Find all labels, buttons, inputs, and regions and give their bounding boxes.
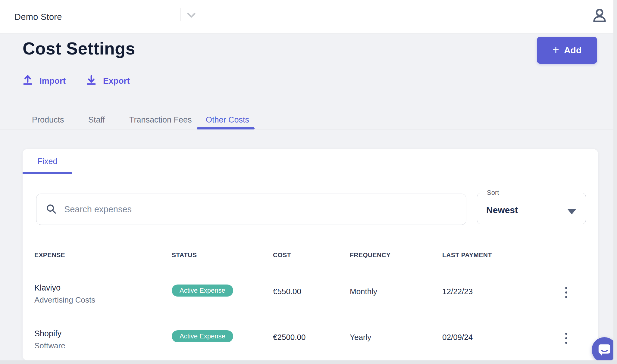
add-button-label: Add (564, 45, 581, 55)
export-label: Export (103, 76, 130, 86)
export-link[interactable]: Export (86, 74, 130, 88)
expense-last-payment: 02/09/24 (442, 333, 473, 342)
tab-products[interactable]: Products (32, 112, 64, 128)
sort-label: Sort (484, 189, 502, 197)
column-header-frequency: FREQUENCY (350, 251, 390, 259)
store-name[interactable]: Demo Store (14, 0, 62, 34)
vertical-scrollbar[interactable] (613, 0, 617, 364)
column-header-last-payment: LAST PAYMENT (442, 251, 492, 259)
app-root: Demo Store Cost Settings + Add (0, 0, 617, 364)
search-box (36, 194, 466, 225)
search-input[interactable] (36, 194, 466, 225)
tab-other-costs[interactable]: Other Costs (206, 112, 249, 128)
kebab-menu-icon (565, 333, 567, 335)
table-header: EXPENSE STATUS COST FREQUENCY LAST PAYME… (23, 251, 598, 262)
expense-name: Shopify (34, 329, 61, 338)
status-badge: Active Expense (172, 330, 233, 342)
add-button[interactable]: + Add (537, 37, 597, 64)
kebab-menu-icon (565, 287, 567, 289)
chevron-down-icon (185, 9, 197, 23)
chat-bubble-icon (597, 342, 612, 358)
subtab-fixed-underline (23, 172, 72, 174)
row-menu-button[interactable] (559, 281, 573, 304)
expense-frequency: Monthly (350, 287, 377, 296)
expense-frequency: Yearly (350, 333, 371, 342)
store-switcher[interactable] (184, 9, 198, 23)
tab-staff[interactable]: Staff (88, 112, 105, 128)
person-icon (591, 8, 608, 26)
subtab-fixed[interactable]: Fixed (23, 149, 72, 174)
other-costs-card: Fixed Sort Newest EXPENSE (23, 149, 598, 360)
account-button[interactable] (590, 7, 609, 27)
column-header-status: STATUS (172, 251, 197, 259)
sort-value: Newest (486, 205, 518, 215)
row-menu-button[interactable] (559, 327, 573, 350)
download-icon (86, 74, 96, 88)
expense-name: Klaviyo (34, 283, 61, 293)
expense-cost: €550.00 (273, 287, 301, 296)
table-row: Klaviyo Advertising Costs Active Expense… (23, 275, 598, 315)
caret-down-icon (568, 209, 576, 214)
page-title: Cost Settings (23, 39, 135, 58)
expense-last-payment: 12/22/23 (442, 287, 473, 296)
expense-category: Advertising Costs (34, 295, 95, 305)
table-row: Shopify Software Active Expense €2500.00… (23, 321, 598, 360)
topbar-divider (180, 8, 180, 21)
upload-icon (23, 74, 33, 88)
top-bar: Demo Store (0, 0, 617, 34)
sort-select[interactable]: Sort Newest (477, 189, 586, 224)
expense-cost: €2500.00 (273, 333, 305, 342)
import-link[interactable]: Import (23, 74, 66, 88)
plus-icon: + (553, 44, 559, 55)
subtab-divider (23, 174, 598, 174)
import-label: Import (39, 76, 66, 86)
active-tab-underline (197, 127, 255, 129)
import-export-row: Import Export (23, 74, 130, 88)
horizontal-scrollbar[interactable] (0, 360, 617, 364)
column-header-expense: EXPENSE (34, 251, 65, 259)
tab-transaction-fees[interactable]: Transaction Fees (129, 112, 192, 128)
expense-category: Software (34, 341, 65, 350)
column-header-cost: COST (273, 251, 291, 259)
tabs-divider (0, 129, 617, 129)
status-badge: Active Expense (172, 285, 233, 297)
